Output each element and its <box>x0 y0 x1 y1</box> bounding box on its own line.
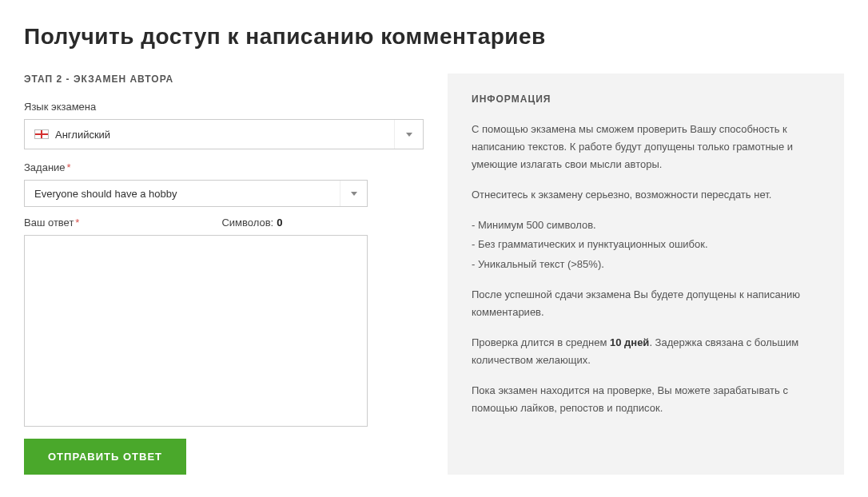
task-select[interactable]: Everyone should have a hobby <box>24 180 368 207</box>
info-paragraph: После успешной сдачи экзамена Вы будете … <box>472 286 820 321</box>
submit-button[interactable]: ОТПРАВИТЬ ОТВЕТ <box>24 439 186 475</box>
info-rule: - Минимум 500 символов. <box>472 217 820 234</box>
chevron-down-icon <box>340 181 367 206</box>
flag-england-icon <box>34 129 49 139</box>
required-mark: * <box>75 217 79 229</box>
required-mark: * <box>67 161 71 173</box>
info-rule: - Без грамматических и пунктуационных ош… <box>472 236 820 253</box>
lang-label: Язык экзамена <box>24 101 424 113</box>
info-paragraph: Пока экзамен находится на проверке, Вы м… <box>472 382 820 417</box>
step-label: ЭТАП 2 - ЭКЗАМЕН АВТОРА <box>24 74 424 85</box>
info-paragraph: Отнеситесь к экзамену серьезно, возможно… <box>472 186 820 204</box>
info-paragraph: С помощью экзамена мы сможем проверить В… <box>472 121 820 173</box>
page-title: Получить доступ к написанию комментариев <box>24 24 844 50</box>
info-title: ИНФОРМАЦИЯ <box>472 93 820 105</box>
lang-select-value: Английский <box>55 129 110 141</box>
info-panel: ИНФОРМАЦИЯ С помощью экзамена мы сможем … <box>448 74 844 475</box>
task-label: Задание* <box>24 161 424 173</box>
info-paragraph: Проверка длится в среднем 10 дней. Задер… <box>472 334 820 369</box>
symbols-label: Символов: <box>221 217 273 229</box>
chevron-down-icon <box>394 120 423 149</box>
info-rules: - Минимум 500 символов. - Без грамматиче… <box>472 217 820 272</box>
lang-select[interactable]: Английский <box>24 119 424 149</box>
info-rule: - Уникальный текст (>85%). <box>472 256 820 273</box>
answer-textarea[interactable] <box>24 235 368 427</box>
answer-label: Ваш ответ* <box>24 217 79 229</box>
task-select-value: Everyone should have a hobby <box>34 188 177 200</box>
symbols-count: 0 <box>277 217 282 229</box>
